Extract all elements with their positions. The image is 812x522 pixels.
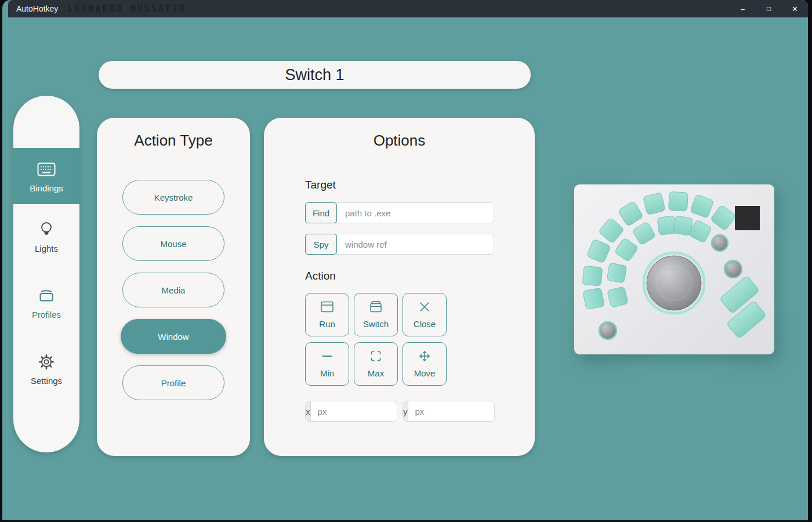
maximize-button[interactable]: □ [756,0,782,17]
y-prefix-label: y [403,401,408,421]
bulb-icon [38,220,55,240]
sidebar-item-label: Settings [31,376,62,386]
action-button-label: Min [320,368,334,378]
sidebar: Bindings Lights Profiles [13,96,79,452]
action-switch-button[interactable]: Switch [354,293,398,336]
action-button-label: Move [414,368,436,378]
spy-row: Spy [305,234,494,255]
action-type-mouse[interactable]: Mouse [122,226,224,261]
action-move-button[interactable]: Move [403,342,447,386]
app-window: AutoHotkey LEONARDO MUSSATTO – □ ✕ Switc… [2,0,808,520]
action-type-card: Action Type Keystroke Mouse Media Window… [97,118,250,456]
watermark-text: LEONARDO MUSSATTO [67,3,186,14]
find-button[interactable]: Find [305,202,337,223]
app-title: AutoHotkey [8,4,58,13]
action-type-profile[interactable]: Profile [122,365,224,400]
exe-path-input[interactable] [336,202,494,223]
action-type-media[interactable]: Media [122,273,224,307]
action-type-keystroke[interactable]: Keystroke [122,180,224,215]
action-type-list: Keystroke Mouse Media Window Profile [97,180,250,400]
gear-icon [38,352,55,372]
window-ref-input[interactable] [336,234,494,255]
sidebar-item-label: Lights [35,244,58,253]
move-arrows-icon [418,350,431,364]
maximize-brackets-icon [369,350,382,364]
keyboard-icon [37,160,56,179]
sidebar-item-lights[interactable]: Lights [13,220,79,253]
action-grid: Run Switch Close Min [305,293,447,386]
minimize-dash-icon [321,350,334,364]
app-window-icon [320,300,334,315]
binding-name-field[interactable]: Switch 1 [99,61,531,89]
action-type-window[interactable]: Window [121,319,226,354]
y-coordinate-input[interactable] [408,401,495,421]
sidebar-item-settings[interactable]: Settings [13,352,79,386]
action-close-button[interactable]: Close [403,293,447,336]
titlebar: AutoHotkey LEONARDO MUSSATTO – □ ✕ [8,0,808,17]
options-title: Options [264,132,535,150]
action-type-title: Action Type [97,132,250,150]
minimize-button[interactable]: – [730,0,756,17]
action-button-label: Run [319,319,335,329]
x-prefix-label: x [306,401,311,421]
action-button-label: Max [368,368,384,378]
spy-button[interactable]: Spy [305,234,337,255]
sidebar-item-label: Bindings [30,183,63,193]
target-section-label: Target [305,179,336,191]
action-button-label: Switch [363,319,389,329]
action-run-button[interactable]: Run [305,293,349,336]
action-button-label: Close [414,319,436,329]
window-stack-icon [369,300,383,315]
find-row: Find [305,202,494,223]
action-max-button[interactable]: Max [354,342,398,386]
options-card: Options Target Find Spy Action Run Switc… [264,118,535,456]
macropad-image [574,184,774,354]
close-x-icon [418,300,431,315]
sidebar-item-profiles[interactable]: Profiles [13,286,79,320]
x-coordinate-group: x [305,401,397,422]
y-coordinate-group: y [403,401,495,422]
coordinates-row: x y [305,401,495,422]
close-button[interactable]: ✕ [782,0,808,17]
drawer-icon [37,286,56,306]
sidebar-item-bindings[interactable]: Bindings [13,148,79,204]
action-min-button[interactable]: Min [305,342,349,386]
x-coordinate-input[interactable] [311,401,398,421]
sidebar-item-label: Profiles [32,310,61,320]
action-section-label: Action [305,270,336,282]
